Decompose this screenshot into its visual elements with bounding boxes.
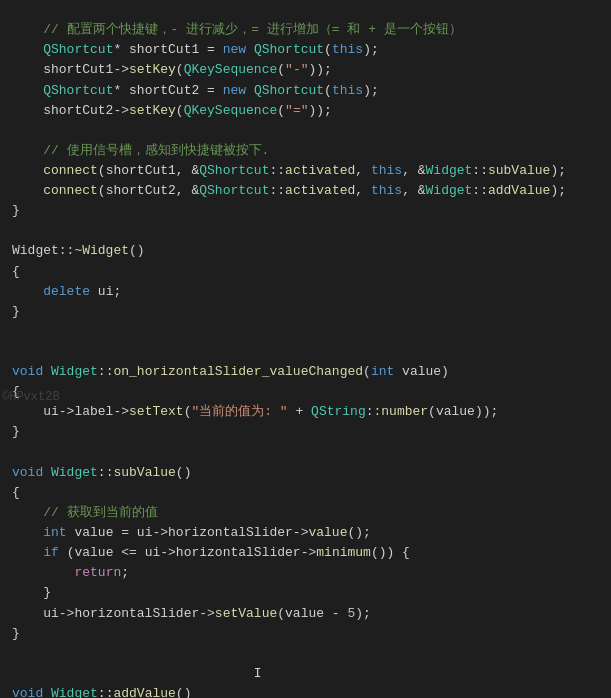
token-plain: ( [176,103,184,118]
token-plain: , [355,183,371,198]
line-content [0,221,603,241]
token-plain: * shortCut1 = [113,42,222,57]
token-plain: :: [269,163,285,178]
code-line: } [0,624,611,644]
token-this-kw: this [371,163,402,178]
line-content: } [0,302,603,322]
code-line: } [0,583,611,603]
token-plain: ); [363,42,379,57]
token-cls: QShortcut [199,163,269,178]
token-fn: connect [43,183,98,198]
token-fn: setKey [129,62,176,77]
line-content: ui->horizontalSlider->setValue(value - 5… [0,604,603,624]
token-plain: ( [176,62,184,77]
token-fn: minimum [316,545,371,560]
line-content: I [0,664,603,684]
code-line: void Widget::subValue() [0,463,611,483]
token-kw: int [371,364,394,379]
token-cls: QShortcut [254,83,324,98]
line-content: { [0,382,603,402]
line-content: } [0,422,603,442]
line-content: void Widget::subValue() [0,463,603,483]
code-line: return; [0,563,611,583]
line-content [0,322,603,342]
token-fn: on_horizontalSlider_valueChanged [113,364,363,379]
line-content: void Widget::on_horizontalSlider_valueCh… [0,362,603,382]
token-fn: value [308,525,347,540]
token-plain: :: [98,465,114,480]
token-plain: * shortCut2 = [113,83,222,98]
token-plain: ui->label-> [12,404,129,419]
token-plain: shortCut1-> [12,62,129,77]
token-plain: () [176,686,192,698]
token-plain: ( [324,83,332,98]
token-cls: QKeySequence [184,103,278,118]
token-plain [12,284,43,299]
token-cls: QShortcut [43,83,113,98]
token-fn: subValue [113,465,175,480]
token-plain: :: [366,404,382,419]
line-content [0,644,603,664]
token-cls: QShortcut [254,42,324,57]
line-content: // 获取到当前的值 [0,503,603,523]
line-content: { [0,483,603,503]
code-line: { [0,262,611,282]
token-fn: connect [43,163,98,178]
token-plain: ); [363,83,379,98]
line-content: Widget::~Widget() [0,241,603,261]
token-plain: + [288,404,311,419]
code-line: // 使用信号槽，感知到快捷键被按下. [0,141,611,161]
token-plain: , & [402,183,425,198]
token-plain [12,42,43,57]
token-kw: void [12,364,51,379]
code-line: QShortcut* shortCut2 = new QShortcut(thi… [0,81,611,101]
token-plain: ; [121,565,129,580]
line-content: } [0,624,603,644]
token-plain: ); [355,606,371,621]
code-line: if (value <= ui->horizontalSlider->minim… [0,543,611,563]
code-line: } [0,302,611,322]
token-plain: )); [309,62,332,77]
token-cmt [12,505,43,520]
token-cmt: // 获取到当前的值 [43,505,157,520]
token-plain: (shortCut1, & [98,163,199,178]
line-content: } [0,583,603,603]
token-plain [12,666,254,681]
line-content: // 使用信号槽，感知到快捷键被按下. [0,141,603,161]
token-plain: } [12,203,20,218]
code-editor[interactable]: // 配置两个快捷键，- 进行减少，= 进行增加（= 和 + 是一个按钮） QS… [0,0,611,698]
token-plain: ( [277,62,285,77]
token-fn: Widget [82,243,129,258]
token-fn: setValue [215,606,277,621]
code-line: connect(shortCut2, &QShortcut::activated… [0,181,611,201]
token-plain: () [176,465,192,480]
line-content: { [0,262,603,282]
code-line [0,644,611,664]
token-cmt: // 使用信号槽，感知到快捷键被按下. [12,143,269,158]
token-fn: subValue [488,163,550,178]
token-plain [12,525,43,540]
token-kw2: return [74,565,121,580]
token-plain [12,163,43,178]
token-fn: activated [285,183,355,198]
token-plain: } [12,626,20,641]
code-line: delete ui; [0,282,611,302]
token-plain: { [12,264,20,279]
token-cls: QShortcut [43,42,113,57]
token-plain: } [12,424,20,439]
token-fn: number [381,404,428,419]
line-content: connect(shortCut1, &QShortcut::activated… [0,161,603,181]
token-plain: ui; [90,284,121,299]
code-line: shortCut2->setKey(QKeySequence("=")); [0,101,611,121]
line-content: // 配置两个快捷键，- 进行减少，= 进行增加（= 和 + 是一个按钮） [0,20,603,40]
code-line [0,121,611,141]
token-cls: QString [311,404,366,419]
code-line: Widget::~Widget() [0,241,611,261]
token-plain: ); [550,183,566,198]
token-plain [12,545,43,560]
token-plain: ( [277,103,285,118]
token-plain: { [12,485,20,500]
token-plain: , [355,163,371,178]
token-plain [246,42,254,57]
token-kw: new [223,42,246,57]
